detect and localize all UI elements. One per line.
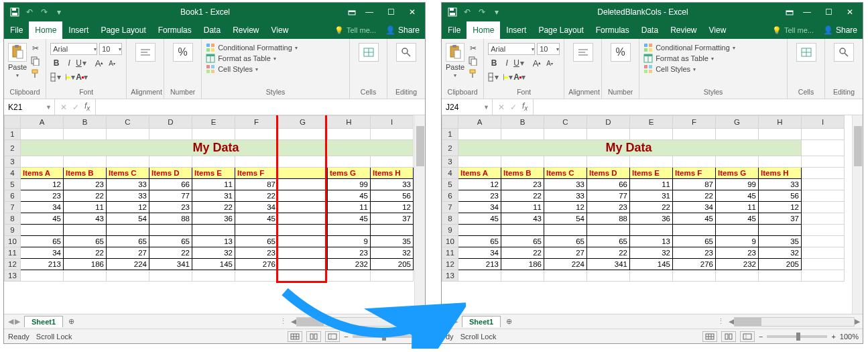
zoom-slider[interactable] (767, 335, 827, 338)
close-button[interactable]: ✕ (840, 5, 860, 19)
close-button[interactable]: ✕ (402, 5, 422, 19)
cell[interactable] (716, 270, 759, 282)
col-header-F[interactable]: F (235, 116, 278, 129)
editing-icon[interactable] (396, 43, 416, 62)
formula-input[interactable] (96, 99, 425, 115)
data-cell[interactable] (802, 179, 845, 190)
underline-button[interactable]: U▾ (513, 57, 525, 69)
fx-icon[interactable]: fx (522, 101, 528, 112)
tab-formulas[interactable]: Formulas (590, 21, 635, 39)
cell[interactable] (149, 129, 192, 140)
cell[interactable] (235, 156, 278, 168)
zoom-out-button[interactable]: − (759, 333, 763, 341)
cell[interactable] (501, 129, 544, 140)
data-cell[interactable]: 32 (371, 247, 414, 259)
cell[interactable] (673, 129, 716, 140)
data-cell[interactable]: 77 (587, 190, 630, 202)
data-cell[interactable]: 22 (235, 190, 278, 202)
redo-icon[interactable]: ↷ (477, 7, 487, 17)
data-cell[interactable] (802, 213, 845, 225)
row-header-7[interactable]: 7 (5, 202, 21, 213)
col-header-A[interactable]: A (458, 116, 501, 129)
shrink-font-button[interactable]: A▾ (106, 57, 118, 69)
data-cell[interactable] (278, 190, 328, 202)
data-cell[interactable] (107, 225, 149, 236)
conditional-formatting-button[interactable]: Conditional Formatting▾ (206, 43, 298, 52)
data-cell[interactable]: 33 (544, 190, 587, 202)
data-cell[interactable] (192, 225, 235, 236)
data-cell[interactable]: 65 (544, 236, 587, 247)
data-cell[interactable]: 12 (544, 202, 587, 213)
qat-dropdown-icon[interactable]: ▾ (491, 7, 502, 17)
row-header-11[interactable]: 11 (442, 247, 458, 259)
underline-button[interactable]: U▾ (76, 57, 88, 69)
data-cell[interactable]: 224 (544, 259, 587, 270)
row-header-2[interactable]: 2 (442, 140, 458, 156)
tab-page-layout[interactable]: Page Layout (532, 21, 589, 39)
data-cell[interactable] (587, 225, 630, 236)
data-cell[interactable]: 34 (21, 202, 64, 213)
cell[interactable] (802, 270, 845, 282)
cell[interactable] (587, 156, 630, 168)
row-header-9[interactable]: 9 (442, 225, 458, 236)
data-cell[interactable] (278, 225, 328, 236)
data-header[interactable]: Items F (235, 168, 278, 179)
cell[interactable] (802, 140, 845, 156)
ribbon-options-icon[interactable] (346, 5, 358, 19)
data-cell[interactable] (278, 202, 328, 213)
data-header[interactable]: Items A (458, 168, 501, 179)
minimize-button[interactable]: — (359, 5, 379, 19)
data-cell[interactable]: 65 (149, 236, 192, 247)
data-cell[interactable]: 27 (107, 247, 149, 259)
data-cell[interactable]: 22 (64, 190, 107, 202)
cell[interactable] (458, 156, 501, 168)
data-cell[interactable]: 34 (673, 202, 716, 213)
data-cell[interactable]: 37 (759, 213, 802, 225)
data-cell[interactable]: 99 (328, 179, 371, 190)
borders-button[interactable]: ▾ (488, 71, 500, 83)
data-cell[interactable]: 65 (673, 236, 716, 247)
cell[interactable] (759, 270, 802, 282)
tab-home[interactable]: Home (467, 21, 500, 39)
cell[interactable] (192, 270, 235, 282)
row-header-4[interactable]: 4 (442, 168, 458, 179)
cancel-icon[interactable]: ✕ (498, 103, 505, 112)
italic-button[interactable]: I (501, 57, 513, 69)
zoom-level[interactable]: 100% (840, 333, 859, 341)
data-cell[interactable] (630, 225, 673, 236)
format-painter-icon[interactable] (467, 68, 479, 79)
sheet-area[interactable]: ABCDEFGHI12My Data34Items AItems BItems … (442, 115, 863, 314)
tab-file[interactable]: File (442, 21, 467, 39)
tab-nav-prev-icon[interactable]: ◀ (446, 317, 451, 326)
cell[interactable] (458, 129, 501, 140)
data-cell[interactable] (278, 259, 328, 270)
data-cell[interactable]: 34 (235, 202, 278, 213)
font-name-select[interactable]: Arial▾ (50, 43, 97, 55)
tab-data[interactable]: Data (635, 21, 664, 39)
data-cell[interactable]: 186 (64, 259, 107, 270)
data-cell[interactable]: 23 (673, 247, 716, 259)
row-header-6[interactable]: 6 (442, 190, 458, 202)
tab-home[interactable]: Home (29, 21, 62, 39)
undo-icon[interactable]: ↶ (462, 7, 473, 17)
tab-data[interactable]: Data (198, 21, 227, 39)
row-header-10[interactable]: 10 (442, 236, 458, 247)
enter-icon[interactable]: ✓ (510, 103, 517, 112)
tab-insert[interactable]: Insert (62, 21, 95, 39)
cell[interactable] (630, 129, 673, 140)
name-box[interactable]: K21▼ (4, 99, 55, 115)
data-cell[interactable] (235, 225, 278, 236)
cell[interactable] (235, 129, 278, 140)
data-header[interactable]: Items C (544, 168, 587, 179)
fx-icon[interactable]: fx (84, 101, 90, 112)
vertical-scrollbar[interactable] (414, 115, 425, 314)
data-cell[interactable] (716, 225, 759, 236)
data-cell[interactable] (802, 190, 845, 202)
page-break-view-button[interactable] (740, 331, 755, 342)
vertical-scrollbar[interactable] (852, 115, 863, 314)
col-header-B[interactable]: B (501, 116, 544, 129)
tell-me[interactable]: 💡Tell me... (330, 21, 380, 39)
title-cell[interactable]: My Data (21, 140, 414, 156)
row-header-4[interactable]: 4 (5, 168, 21, 179)
cell[interactable] (371, 270, 414, 282)
